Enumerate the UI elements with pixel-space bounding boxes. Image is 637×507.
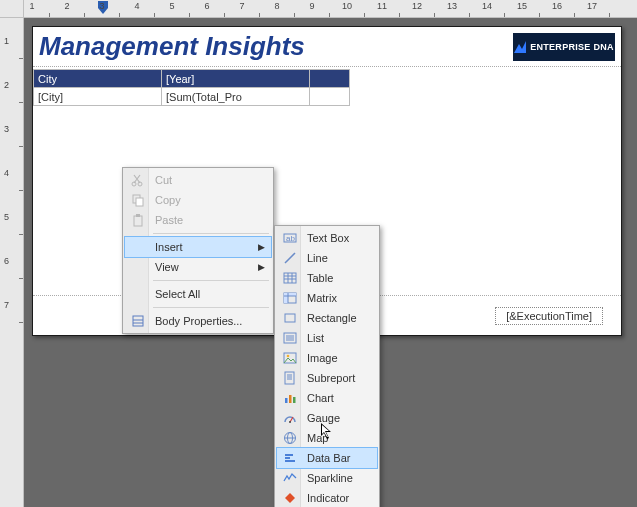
textbox-icon: ab bbox=[281, 230, 299, 246]
svg-rect-31 bbox=[285, 372, 294, 384]
map-icon bbox=[281, 430, 299, 446]
insert-item-map[interactable]: Map bbox=[277, 428, 377, 448]
cell[interactable]: [City] bbox=[34, 88, 162, 106]
footer-execution-time[interactable]: [&ExecutionTime] bbox=[495, 307, 603, 325]
menu-item-paste: Paste bbox=[125, 210, 271, 230]
cell[interactable]: [Sum(Total_Pro bbox=[162, 88, 310, 106]
copy-icon bbox=[129, 192, 147, 208]
menu-item-select-all[interactable]: Select All bbox=[125, 284, 271, 304]
ruler-horizontal: 1234567891011121314151617 bbox=[24, 0, 637, 18]
report-title: Management Insights bbox=[39, 31, 513, 62]
svg-rect-45 bbox=[285, 460, 295, 462]
insert-item-data-bar[interactable]: Data Bar bbox=[277, 448, 377, 468]
col-header[interactable]: City bbox=[34, 70, 162, 88]
menu-item-view[interactable]: View▶ bbox=[125, 257, 271, 277]
svg-rect-5 bbox=[136, 198, 143, 206]
svg-marker-1 bbox=[514, 41, 526, 53]
insert-item-chart[interactable]: Chart bbox=[277, 388, 377, 408]
menu-item-label: Cut bbox=[155, 174, 172, 186]
matrix-icon bbox=[281, 290, 299, 306]
menu-item-label: Rectangle bbox=[307, 312, 357, 324]
svg-rect-14 bbox=[284, 273, 296, 283]
ruler-vertical: 1234567 bbox=[0, 18, 24, 507]
submenu-arrow-icon: ▶ bbox=[258, 242, 265, 252]
svg-marker-46 bbox=[285, 493, 295, 503]
insert-item-subreport[interactable]: Subreport bbox=[277, 368, 377, 388]
table-row: [City] [Sum(Total_Pro bbox=[34, 88, 350, 106]
insert-item-line[interactable]: Line bbox=[277, 248, 377, 268]
props-icon bbox=[129, 313, 147, 329]
menu-item-label: Table bbox=[307, 272, 333, 284]
svg-rect-24 bbox=[285, 314, 295, 322]
menu-item-label: List bbox=[307, 332, 324, 344]
svg-rect-7 bbox=[136, 214, 140, 217]
menu-item-cut: Cut bbox=[125, 170, 271, 190]
svg-rect-8 bbox=[133, 316, 143, 326]
databar-icon bbox=[281, 450, 299, 466]
brand-logo-text: ENTERPRISE DNA bbox=[530, 42, 614, 52]
menu-item-label: Body Properties... bbox=[155, 315, 242, 327]
menu-item-label: Matrix bbox=[307, 292, 337, 304]
menu-item-label: Paste bbox=[155, 214, 183, 226]
insert-submenu[interactable]: abText BoxLineTableMatrixRectangleListIm… bbox=[274, 225, 380, 507]
gauge-icon bbox=[281, 410, 299, 426]
svg-rect-6 bbox=[134, 216, 142, 226]
menu-item-body-properties[interactable]: Body Properties... bbox=[125, 311, 271, 331]
list-icon bbox=[281, 330, 299, 346]
menu-item-label: Data Bar bbox=[307, 452, 350, 464]
menu-item-label: View bbox=[155, 261, 179, 273]
insert-item-matrix[interactable]: Matrix bbox=[277, 288, 377, 308]
insert-item-sparkline[interactable]: Sparkline bbox=[277, 468, 377, 488]
svg-rect-43 bbox=[285, 454, 293, 456]
svg-line-13 bbox=[285, 253, 295, 263]
menu-item-label: Map bbox=[307, 432, 328, 444]
insert-item-table[interactable]: Table bbox=[277, 268, 377, 288]
menu-item-label: Sparkline bbox=[307, 472, 353, 484]
menu-item-label: Subreport bbox=[307, 372, 355, 384]
tablix[interactable]: City [Year] [City] [Sum(Total_Pro bbox=[33, 69, 350, 106]
svg-rect-35 bbox=[285, 398, 288, 403]
menu-item-label: Indicator bbox=[307, 492, 349, 504]
menu-item-label: Copy bbox=[155, 194, 181, 206]
menu-item-label: Select All bbox=[155, 288, 200, 300]
col-header[interactable] bbox=[310, 70, 350, 88]
svg-rect-36 bbox=[289, 395, 292, 403]
chart-icon bbox=[281, 390, 299, 406]
menu-item-label: Line bbox=[307, 252, 328, 264]
insert-item-gauge[interactable]: Gauge bbox=[277, 408, 377, 428]
menu-item-label: Chart bbox=[307, 392, 334, 404]
insert-item-text-box[interactable]: abText Box bbox=[277, 228, 377, 248]
menu-item-label: Gauge bbox=[307, 412, 340, 424]
svg-point-30 bbox=[287, 355, 290, 358]
menu-item-label: Text Box bbox=[307, 232, 349, 244]
col-header[interactable]: [Year] bbox=[162, 70, 310, 88]
insert-item-image[interactable]: Image bbox=[277, 348, 377, 368]
context-menu[interactable]: CutCopyPasteInsert▶View▶Select AllBody P… bbox=[122, 167, 274, 334]
svg-rect-37 bbox=[293, 397, 296, 403]
table-header-row: City [Year] bbox=[34, 70, 350, 88]
indicator-icon bbox=[281, 490, 299, 506]
ruler-corner bbox=[0, 0, 24, 18]
insert-item-list[interactable]: List bbox=[277, 328, 377, 348]
line-icon bbox=[281, 250, 299, 266]
subreport-icon bbox=[281, 370, 299, 386]
table-icon bbox=[281, 270, 299, 286]
paste-icon bbox=[129, 212, 147, 228]
menu-item-label: Image bbox=[307, 352, 338, 364]
insert-item-rectangle[interactable]: Rectangle bbox=[277, 308, 377, 328]
cell[interactable] bbox=[310, 88, 350, 106]
menu-item-label: Insert bbox=[155, 241, 183, 253]
svg-text:ab: ab bbox=[286, 234, 295, 243]
rect-icon bbox=[281, 310, 299, 326]
menu-item-insert[interactable]: Insert▶ bbox=[125, 237, 271, 257]
submenu-arrow-icon: ▶ bbox=[258, 262, 265, 272]
insert-item-indicator[interactable]: Indicator bbox=[277, 488, 377, 507]
cut-icon bbox=[129, 172, 147, 188]
image-icon bbox=[281, 350, 299, 366]
svg-point-39 bbox=[289, 421, 291, 423]
brand-logo: ENTERPRISE DNA bbox=[513, 33, 615, 61]
menu-item-copy: Copy bbox=[125, 190, 271, 210]
sparkline-icon bbox=[281, 470, 299, 486]
svg-rect-44 bbox=[285, 457, 290, 459]
